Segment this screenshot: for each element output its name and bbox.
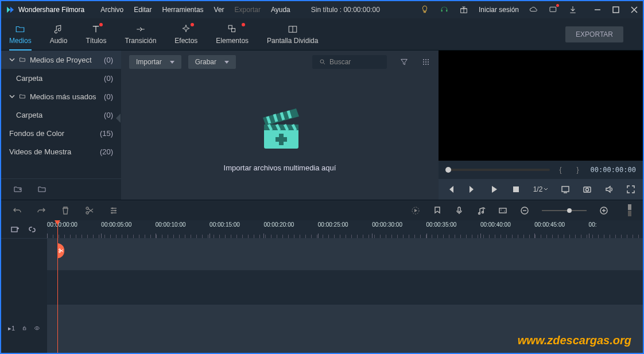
split-button[interactable]: [85, 206, 94, 215]
sidebar-mostused-count: (0): [104, 92, 113, 101]
timeline-toolbar: [1, 200, 643, 220]
next-frame-button[interactable]: [468, 185, 477, 194]
menu-tools[interactable]: Herramientas: [162, 6, 204, 14]
lightbulb-icon[interactable]: [420, 5, 429, 14]
svg-point-27: [115, 209, 117, 211]
zoom-label: 1/2: [533, 185, 543, 193]
tab-titles[interactable]: Títulos: [86, 24, 106, 45]
play-button[interactable]: [490, 185, 499, 194]
audio-mix-button[interactable]: [476, 206, 486, 215]
sidebar-item-samples[interactable]: Videos de Muestra (20): [1, 142, 121, 161]
prev-frame-button[interactable]: [446, 185, 455, 194]
new-folder-icon[interactable]: [13, 185, 23, 194]
scissors-icon: [58, 248, 64, 254]
stop-button[interactable]: [511, 185, 521, 194]
app-logo: Wondershare Filmora: [6, 5, 84, 14]
import-dropdown[interactable]: Importar: [129, 55, 181, 69]
delete-button[interactable]: [61, 206, 70, 215]
eye-icon[interactable]: [34, 325, 40, 332]
zoom-dropdown[interactable]: 1/2: [533, 185, 549, 193]
timeline-ruler[interactable]: 00:00:00:0000:00:05:0000:00:10:0000:00:1…: [47, 220, 643, 239]
zoom-in-button[interactable]: [599, 206, 608, 215]
sidebar-item-colorbg[interactable]: Fondos de Color (15): [1, 124, 121, 142]
message-icon[interactable]: [549, 5, 558, 14]
adjust-button[interactable]: [109, 206, 118, 215]
fullscreen-button[interactable]: [626, 185, 635, 194]
menu-edit[interactable]: Editar: [134, 6, 152, 14]
folder-icon[interactable]: [37, 185, 47, 194]
tab-effects[interactable]: Efectos: [174, 24, 197, 45]
preview-video[interactable]: [439, 50, 643, 161]
tab-titles-label: Títulos: [86, 37, 106, 45]
music-icon: [53, 24, 64, 34]
menu-export[interactable]: Exportar: [235, 6, 261, 14]
tab-audio-label: Audio: [50, 37, 68, 45]
media-drop-zone[interactable]: Importar archivos multimedia aquí: [121, 73, 439, 200]
grid-view-icon[interactable]: [421, 57, 430, 67]
download-icon[interactable]: [568, 5, 577, 14]
add-track-icon[interactable]: [10, 225, 20, 234]
undo-button[interactable]: [13, 206, 22, 215]
sidebar-item-mostused[interactable]: Medios más usados (0): [1, 87, 121, 106]
svg-rect-21: [562, 186, 569, 192]
volume-button[interactable]: [604, 185, 614, 194]
record-dropdown[interactable]: Grabar: [188, 55, 236, 69]
filter-icon[interactable]: [399, 57, 409, 67]
maximize-button[interactable]: [612, 6, 620, 14]
quality-button[interactable]: [561, 185, 570, 194]
search-input[interactable]: Buscar: [312, 55, 387, 69]
tab-audio[interactable]: Audio: [50, 24, 68, 45]
titlebar: Wondershare Filmora Archivo Editar Herra…: [1, 1, 643, 18]
collapse-sidebar-handle[interactable]: [116, 114, 121, 123]
cloud-icon[interactable]: [529, 5, 538, 14]
sidebar-item-project[interactable]: Medios de Proyect (0): [1, 50, 121, 69]
close-button[interactable]: [630, 6, 638, 14]
svg-point-32: [482, 211, 484, 213]
redo-button[interactable]: [37, 206, 46, 215]
track-label[interactable]: ▸1: [8, 325, 15, 332]
track-row[interactable]: [47, 270, 643, 305]
aspect-button[interactable]: [498, 206, 507, 215]
ruler-mark: 00:00:10:00: [156, 220, 210, 238]
ruler-mark: 00:00:15:00: [210, 220, 263, 238]
svg-rect-19: [276, 137, 287, 142]
ruler-mark: 00:00:45:00: [534, 220, 588, 238]
timeline-body[interactable]: 00:00:00:0000:00:05:0000:00:10:0000:00:1…: [47, 220, 643, 353]
preview-timecode: 00:00:00:00: [591, 166, 636, 174]
sidebar-item-folder1[interactable]: Carpeta (0): [1, 69, 121, 87]
chevron-down-icon: [9, 57, 15, 63]
svg-point-13: [423, 64, 424, 65]
sidebar-item-folder2[interactable]: Carpeta (0): [1, 106, 121, 124]
headset-icon[interactable]: [440, 5, 449, 14]
zoom-out-button[interactable]: [520, 206, 529, 215]
gift-icon[interactable]: [459, 5, 468, 14]
zoom-slider[interactable]: [542, 210, 587, 211]
tab-split[interactable]: Pantalla Dividida: [267, 24, 318, 45]
tab-media[interactable]: Medios: [9, 24, 32, 45]
preview-progress-bar: { } 00:00:00:00: [439, 161, 643, 179]
sidebar-samples-count: (20): [100, 147, 113, 156]
svg-point-15: [428, 64, 429, 65]
menu-view[interactable]: Ver: [214, 6, 224, 14]
track-size-toggle[interactable]: [628, 204, 631, 216]
playhead[interactable]: [57, 220, 58, 353]
link-icon[interactable]: [28, 225, 37, 234]
progress-track[interactable]: [445, 169, 550, 171]
media-panel-toolbar: Importar Grabar Buscar: [121, 50, 439, 73]
menu-help[interactable]: Ayuda: [271, 6, 290, 14]
signin-button[interactable]: Iniciar sesión: [479, 6, 519, 14]
minimize-button[interactable]: [593, 6, 602, 14]
tab-transition[interactable]: Transición: [125, 24, 156, 45]
tab-elements[interactable]: Elementos: [216, 24, 249, 45]
svg-rect-2: [613, 7, 619, 13]
menu-file[interactable]: Archivo: [100, 6, 123, 14]
svg-point-31: [479, 212, 480, 214]
progress-thumb[interactable]: [445, 167, 451, 173]
import-label: Importar: [136, 58, 162, 66]
snapshot-button[interactable]: [583, 185, 592, 194]
marker-button[interactable]: [433, 206, 442, 215]
voiceover-button[interactable]: [455, 206, 464, 215]
export-button[interactable]: EXPORTAR: [565, 26, 623, 42]
render-button[interactable]: [411, 206, 420, 215]
lock-icon[interactable]: [22, 325, 27, 332]
